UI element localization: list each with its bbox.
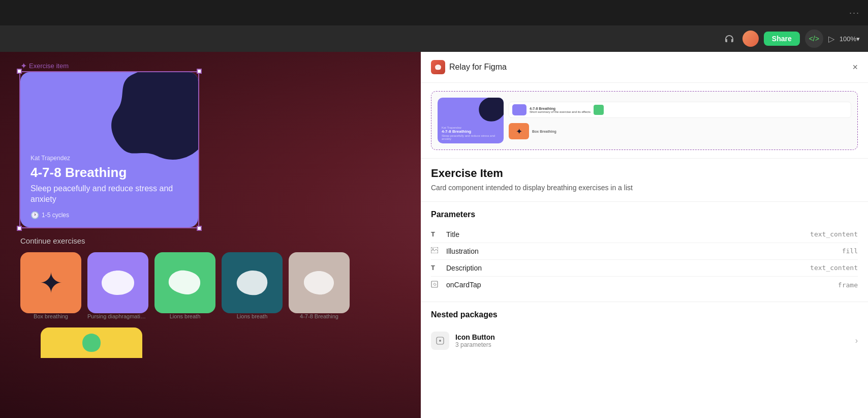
- preview-main-card: Kat Trapendez 4-7-8 Breathing Sleep peac…: [438, 98, 504, 143]
- item-label: Box breathing: [20, 313, 81, 319]
- item-label: 4-7-8 Breathing: [289, 313, 350, 319]
- user-avatar[interactable]: [742, 31, 759, 47]
- preview-title: 4-7-8 Breathing: [442, 129, 500, 134]
- continue-section: Continue exercises ✦ Box breathing Pursi…: [20, 236, 325, 319]
- param-type-icon-frame: [431, 281, 441, 289]
- list-item[interactable]: [222, 252, 283, 313]
- list-item[interactable]: [87, 252, 148, 313]
- handle-br[interactable]: [197, 226, 202, 231]
- component-description: Card component intended to display breat…: [431, 183, 858, 193]
- blob-icon: [100, 268, 136, 297]
- star-icon: ✦: [39, 266, 63, 300]
- handle-tl[interactable]: [17, 69, 22, 74]
- exercise-card-wrapper: ✦ Exercise item Kat Trapendez 4-7-8 Brea…: [20, 72, 198, 227]
- card-content: Kat Trapendez 4-7-8 Breathing Sleep peac…: [30, 155, 188, 219]
- bottom-card-partial: [41, 327, 142, 358]
- card-title: 4-7-8 Breathing: [30, 165, 188, 181]
- play-button[interactable]: ▷: [828, 34, 834, 44]
- code-toggle-button[interactable]: </>: [805, 29, 823, 48]
- param-name-oncardtap: onCardTap: [446, 281, 838, 289]
- list-item[interactable]: [289, 252, 350, 313]
- relay-nested-packages: Nested packages Icon Button 3 parameters…: [421, 302, 868, 363]
- nested-item-name: Icon Button: [455, 333, 855, 341]
- relay-header: Relay for Figma ×: [421, 52, 868, 83]
- svg-point-5: [439, 340, 441, 342]
- param-type-icon-text2: T: [431, 264, 441, 272]
- nested-item-params: 3 parameters: [455, 341, 855, 348]
- component-name: Exercise Item: [431, 167, 858, 180]
- param-row-oncardtap: onCardTap frame: [431, 277, 858, 293]
- param-type-icon-text: T: [431, 230, 441, 238]
- code-icon: </>: [809, 35, 819, 43]
- blob-icon: [301, 268, 337, 297]
- zoom-control[interactable]: 100%▾: [840, 35, 860, 43]
- handle-bl[interactable]: [17, 226, 22, 231]
- nested-item-iconbutton[interactable]: Icon Button 3 parameters ›: [431, 326, 858, 355]
- relay-component-info: Exercise Item Card component intended to…: [421, 159, 868, 202]
- blob-icon: [234, 268, 270, 297]
- preview-blob: [478, 98, 504, 123]
- item-label: Lions breath: [222, 313, 283, 319]
- card-author: Kat Trapendez: [30, 155, 188, 162]
- toolbar: Share </> ▷ 100%▾: [0, 25, 868, 52]
- relay-preview: Kat Trapendez 4-7-8 Breathing Sleep peac…: [421, 83, 868, 159]
- canvas: ✦ Exercise item Kat Trapendez 4-7-8 Brea…: [0, 52, 421, 418]
- svg-point-2: [432, 248, 433, 249]
- clock-icon: 🕐: [30, 211, 39, 219]
- nested-item-info: Icon Button 3 parameters: [455, 333, 855, 348]
- preview-list-items: 4-7-8 Breathing Short summary of the exe…: [509, 102, 851, 139]
- svg-rect-3: [431, 281, 438, 287]
- card-subtitle: Sleep peacefully and reduce stress and a…: [30, 184, 188, 205]
- bottom-card-icon: [81, 333, 102, 353]
- card-label: ✦ Exercise item: [20, 61, 69, 71]
- exercise-card[interactable]: Kat Trapendez 4-7-8 Breathing Sleep peac…: [20, 72, 198, 227]
- share-button[interactable]: Share: [764, 32, 800, 46]
- nested-item-icon: [431, 332, 449, 350]
- param-row-description: T Description text_content: [431, 260, 858, 277]
- topbar-menu[interactable]: ···: [849, 8, 860, 18]
- relay-panel-title: Relay for Figma: [449, 63, 507, 72]
- preview-item-text: 4-7-8 Breathing Short summary of the exe…: [530, 107, 591, 113]
- relay-logo-icon: [434, 63, 442, 71]
- blob-icon: [167, 268, 203, 297]
- preview-list-item: 4-7-8 Breathing Short summary of the exe…: [509, 102, 851, 118]
- topbar: ···: [0, 0, 868, 25]
- parameters-title: Parameters: [431, 210, 858, 219]
- param-name-title: Title: [446, 230, 810, 238]
- preview-item-icon-purple: [512, 104, 526, 115]
- preview-small-orange: ✦: [509, 123, 529, 139]
- icon-button-icon: [436, 336, 445, 345]
- nested-packages-title: Nested packages: [431, 310, 858, 319]
- relay-header-left: Relay for Figma: [431, 60, 507, 74]
- relay-panel: Relay for Figma × Kat Trapendez 4-7-8 Br…: [421, 52, 868, 418]
- relay-logo: [431, 60, 445, 74]
- param-type-illustration: fill: [842, 247, 858, 255]
- param-type-description: text_content: [810, 264, 858, 272]
- list-item[interactable]: ✦: [20, 252, 81, 313]
- item-label: Pursing diaphragmatic breath: [87, 313, 148, 319]
- param-name-description: Description: [446, 264, 810, 272]
- continue-title: Continue exercises: [20, 236, 325, 245]
- relay-parameters: Parameters T Title text_content Illustra…: [421, 202, 868, 302]
- nested-item-chevron: ›: [855, 336, 858, 345]
- param-name-illustration: Illustration: [446, 247, 842, 255]
- param-type-title: text_content: [810, 230, 858, 238]
- param-type-oncardtap: frame: [838, 281, 858, 289]
- card-cycles: 🕐 1-5 cycles: [30, 211, 188, 219]
- exercise-list: ✦ Box breathing Pursing diaphragmatic br…: [20, 252, 325, 319]
- preview-item-badge: [594, 105, 604, 115]
- item-label: Lions breath: [154, 313, 215, 319]
- preview-bottom-row: ✦ Box Breathing: [509, 123, 851, 139]
- list-item[interactable]: [154, 252, 215, 313]
- param-type-icon-image: [431, 247, 441, 255]
- handle-tr[interactable]: [197, 69, 202, 74]
- preview-container: Kat Trapendez 4-7-8 Breathing Sleep peac…: [431, 91, 858, 150]
- preview-small-text: Box Breathing: [532, 123, 556, 139]
- param-row-illustration: Illustration fill: [431, 243, 858, 260]
- relay-close-button[interactable]: ×: [852, 62, 858, 73]
- preview-subtitle: Sleep peacefully and reduce stress and a…: [442, 134, 500, 140]
- headphone-icon[interactable]: [721, 31, 737, 47]
- param-row-title: T Title text_content: [431, 226, 858, 243]
